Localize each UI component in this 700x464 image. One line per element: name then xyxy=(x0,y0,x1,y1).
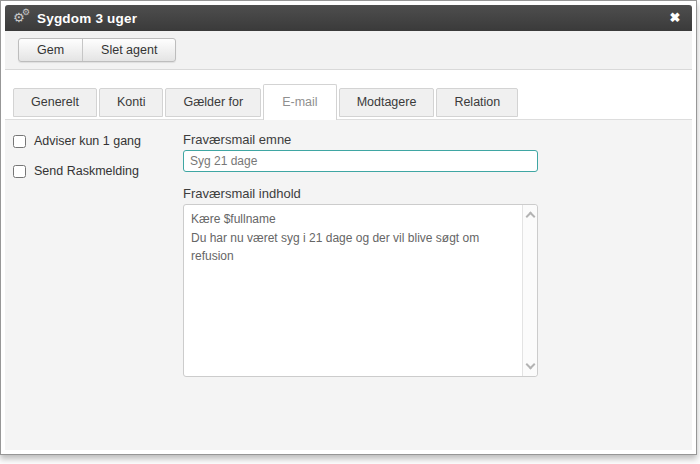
body-label: Fraværsmail indhold xyxy=(183,186,538,201)
save-button[interactable]: Gem xyxy=(19,39,82,61)
dialog-title: Sygdom 3 uger xyxy=(37,11,137,26)
send-raskmelding-row: Send Raskmelding xyxy=(13,164,139,178)
body-scrollbar[interactable] xyxy=(522,205,537,376)
dialog-titlebar[interactable]: ⚙ ⚙ Sygdom 3 uger ✖ xyxy=(5,5,692,31)
close-icon[interactable]: ✖ xyxy=(666,9,684,27)
agent-dialog-window: ⚙ ⚙ Sygdom 3 uger ✖ Gem Slet agent Gener… xyxy=(0,0,697,455)
delete-agent-button[interactable]: Slet agent xyxy=(82,39,175,61)
email-tab-panel: Adviser kun 1 gang Send Raskmelding Frav… xyxy=(5,120,692,450)
body-textarea[interactable]: Kære $fullname Du har nu været syg i 21 … xyxy=(184,205,521,376)
email-form: Fraværsmail emne Fraværsmail indhold Kær… xyxy=(183,132,538,377)
scroll-down-icon[interactable] xyxy=(526,360,536,370)
tab-modtagere[interactable]: Modtagere xyxy=(339,88,435,117)
tab-relation[interactable]: Relation xyxy=(436,88,518,117)
send-raskmelding-checkbox[interactable] xyxy=(13,165,26,178)
toolbar-button-group: Gem Slet agent xyxy=(18,38,176,62)
scroll-up-icon[interactable] xyxy=(526,212,536,222)
send-raskmelding-label[interactable]: Send Raskmelding xyxy=(34,164,139,178)
advise-once-checkbox[interactable] xyxy=(13,135,26,148)
subject-label: Fraværsmail emne xyxy=(183,132,538,147)
body-editor: Kære $fullname Du har nu været syg i 21 … xyxy=(183,204,538,377)
tab-generelt[interactable]: Generelt xyxy=(13,88,97,117)
tab-bar: Generelt Konti Gælder for E-mail Modtage… xyxy=(5,70,692,120)
tab-gaelder-for[interactable]: Gælder for xyxy=(165,88,261,117)
advise-once-row: Adviser kun 1 gang xyxy=(13,134,141,148)
tab-konti[interactable]: Konti xyxy=(99,88,164,117)
subject-input[interactable] xyxy=(183,150,538,172)
advise-once-label[interactable]: Adviser kun 1 gang xyxy=(34,134,141,148)
gears-icon: ⚙ ⚙ xyxy=(13,9,33,27)
dialog-toolbar: Gem Slet agent xyxy=(5,31,692,70)
tab-email[interactable]: E-mail xyxy=(263,84,336,120)
